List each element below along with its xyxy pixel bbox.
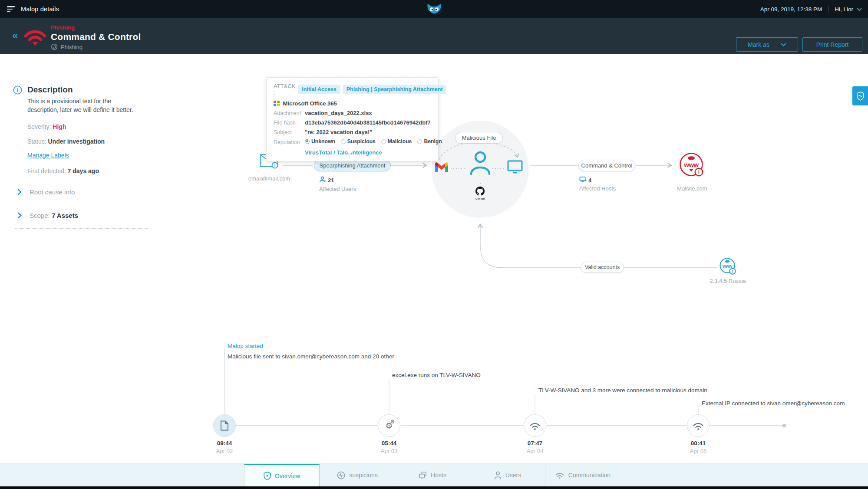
divider (828, 6, 828, 13)
command-and-control-pill[interactable]: Command & Control (578, 160, 635, 171)
affected-hosts-label: Affected Hosts (579, 185, 616, 192)
back-button[interactable]: « (12, 30, 18, 41)
timeline-event-description: External IP connected to sivan.omer@cybe… (702, 400, 845, 407)
svg-text:!: ! (732, 269, 733, 274)
user-greeting: Hi, Lior (835, 6, 853, 13)
severity-row: Severity: High (27, 123, 66, 130)
microsoft-logo-icon (274, 101, 280, 107)
malsite-label: Malsite.com (665, 185, 719, 192)
cybereason-owl-logo (426, 3, 442, 16)
status-value: Under investigation (48, 138, 105, 145)
chevron-right-icon (17, 189, 22, 195)
timeline-node-connection[interactable] (524, 414, 546, 437)
pulse-circle-icon (337, 471, 345, 479)
person-icon (494, 471, 502, 479)
tab-users[interactable]: Users (470, 464, 545, 486)
malop-category: Phishing (51, 24, 141, 31)
first-detected-value: 7 days ago (68, 167, 99, 174)
manage-labels-link[interactable]: Manage Labels (27, 152, 69, 159)
radio-selected-icon (305, 139, 310, 144)
product-name: Microsoft Office 365 (283, 100, 337, 107)
top-bar: Malop details Apr 09, 2019, 12:38 PM Hi,… (0, 0, 868, 18)
tab-suspicions[interactable]: suspicions (320, 464, 395, 486)
affected-hosts-count: 4 (588, 177, 591, 184)
divider (15, 182, 148, 182)
status-row: Status: Under investigation (27, 138, 105, 145)
user-menu[interactable]: Hi, Lior (835, 6, 862, 13)
bottom-tab-bar: Overview suspicions Hosts Users (0, 463, 868, 486)
affected-hosts-icon: ✦ (579, 176, 586, 184)
timeline-event-time: 09:44 (205, 440, 244, 446)
affected-users-label: Affected Users (319, 186, 356, 192)
valid-accounts-pill[interactable]: Valid accounts (581, 262, 624, 273)
subject-value: "re: 2022 vacation days!" (305, 129, 372, 135)
tab-overview[interactable]: Overview (244, 464, 320, 486)
menu-icon[interactable] (7, 6, 16, 12)
first-detected-row: First detected: 7 days ago (27, 167, 99, 174)
attachment-value: vacation_days_2022.xlsx (305, 110, 372, 116)
reputation-radio-suspicious[interactable]: Suspicious (341, 138, 376, 144)
timeline-node-external-ip[interactable] (687, 414, 710, 437)
scope-section[interactable]: Scope: 7 Assets (17, 212, 78, 219)
timeline-event-description: excel.exe runs on TLV-W-SIVANO (392, 372, 481, 378)
timeline-node-process[interactable]: ⚙⚙ (378, 414, 400, 437)
timeline-event-time: 07:47 (515, 440, 554, 446)
external-ip-icon[interactable]: www ! (718, 257, 737, 279)
timeline-event-description: TLV-W-SIVANO and 3 more were connected t… (538, 387, 707, 394)
reputation-radio-unknown[interactable]: Unknown (305, 138, 335, 144)
timeline-event-title: Malop started (228, 343, 394, 349)
root-cause-section[interactable]: Root cause info (17, 188, 75, 196)
subject-label: Subject (274, 129, 305, 135)
svg-text:!: ! (274, 164, 276, 168)
phishing-wifi-icon (24, 28, 46, 48)
wifi-icon (693, 421, 704, 430)
timeline-event-description: Malicious file sent to sivan.omer@cybere… (228, 353, 394, 360)
timeline-node-file[interactable] (213, 414, 236, 437)
reputation-label: Reputation (274, 139, 305, 145)
timeline-event-date: Apr 02 (205, 448, 244, 454)
divider (15, 228, 148, 229)
timeline-event-date: Apr 04 (515, 448, 554, 454)
shield-icon (857, 92, 864, 101)
document-icon (220, 420, 229, 431)
wifi-icon (529, 421, 541, 430)
tab-communication[interactable]: Communication (545, 464, 620, 486)
malicious-file-pill[interactable]: Malicious File (455, 132, 503, 144)
radio-icon (417, 139, 422, 144)
radio-icon (381, 139, 386, 144)
timeline-event-time: 05:44 (370, 440, 409, 446)
chevron-right-icon (17, 212, 22, 219)
description-body: This is a provisional text for the descr… (27, 97, 141, 114)
tab-hosts[interactable]: Hosts (395, 464, 470, 486)
attck-tag-initial-access[interactable]: Initial Access (298, 85, 340, 94)
malicious-domain-icon[interactable]: www ! (678, 152, 705, 181)
bottom-edge-bar (0, 486, 868, 489)
file-hash-value: d13eba75362db40d4b381145fbcd14676942dbf7 (305, 119, 431, 126)
malop-title: Command & Control (51, 32, 141, 42)
shield-panel-button[interactable] (852, 86, 868, 105)
reputation-radio-malicious[interactable]: Malicious (381, 138, 412, 144)
malop-details-page: Malop details Apr 09, 2019, 12:38 PM Hi,… (0, 0, 868, 489)
github-icon: GitHub (475, 187, 485, 200)
scope-value: 7 Assets (52, 212, 78, 219)
attck-label: ATT&CK : (274, 83, 295, 96)
gmail-icon (435, 162, 448, 174)
reputation-radio-benign[interactable]: Benign (417, 138, 442, 144)
attck-tag-spearphishing[interactable]: Phishing | Spearphishing Attachment (343, 85, 446, 94)
file-hash-label: File hash (274, 120, 305, 126)
chevron-down-icon (857, 8, 862, 11)
print-report-button[interactable]: Print Report (802, 37, 862, 52)
device-monitor-icon (507, 160, 523, 175)
user-person-icon[interactable] (469, 151, 492, 177)
wifi-icon (555, 472, 564, 479)
phishing-type-icon (51, 43, 58, 50)
chevron-down-icon (781, 43, 786, 46)
virustotal-talos-link[interactable]: VirusTotal / TalosIntelligence (305, 149, 431, 156)
page-title: Malop details (21, 6, 59, 13)
shield-icon (264, 472, 271, 480)
hosts-monitors-icon (419, 471, 427, 479)
mark-as-button[interactable]: Mark as (736, 37, 798, 52)
svg-text:www: www (683, 161, 699, 168)
malop-subtitle: Phishing (61, 44, 83, 50)
datetime-display: Apr 09, 2019, 12:38 PM (760, 6, 822, 13)
